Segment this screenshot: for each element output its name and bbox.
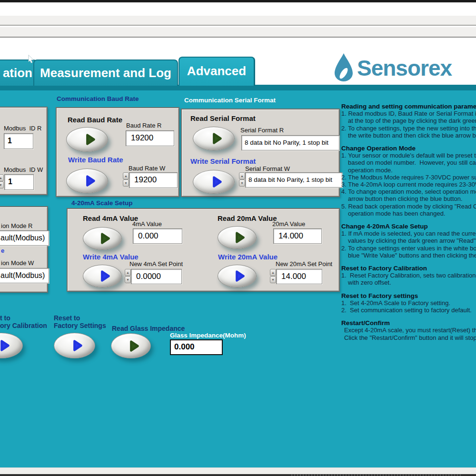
instruction-heading: Reading and setting communication parame — [341, 103, 476, 110]
instruction-section: Change 4-20mA Scale Setup 1. If mA mode … — [341, 223, 476, 259]
spinner-down-icon[interactable]: ▼ — [0, 181, 4, 188]
spinner-down-icon[interactable]: ▼ — [270, 276, 276, 283]
glass-impedance-label: Glass Impedance(Mohm) — [170, 332, 246, 339]
new-4ma-spinner[interactable]: ▲ ▼ — [125, 269, 131, 283]
serial-format-w-spinner[interactable]: ▲ ▼ — [239, 172, 245, 187]
write-arrow-icon — [234, 269, 246, 283]
mouse-cursor-icon — [28, 54, 35, 64]
operation-mode-w-label: ion Mode W — [1, 259, 34, 267]
write-4ma-label: Write 4mA Value — [83, 253, 139, 261]
baud-panel-title: Communication Baud Rate — [57, 95, 139, 102]
read-4ma-button[interactable] — [83, 227, 122, 250]
serial-format-panel: Read Serial Format Serial Format R 8 dat… — [181, 109, 340, 197]
write-arrow-icon — [84, 174, 97, 188]
write-arrow-icon — [99, 269, 111, 283]
baud-rate-w-spinner[interactable]: ▲ ▼ — [123, 172, 129, 187]
baud-rate-w-field[interactable]: 19200 — [129, 172, 178, 188]
read-baud-rate-button[interactable] — [66, 127, 108, 152]
reset-factory-settings-label-line1: Reset to — [54, 314, 80, 322]
reset-factory-settings-button[interactable] — [54, 333, 95, 358]
instruction-heading: Reset to Factory settings — [341, 292, 476, 299]
write-baud-rate-label: Write Baud Rate — [68, 156, 123, 164]
reset-factory-calibration-label-line1: t to — [0, 314, 10, 322]
20ma-value-field: 14.000 — [273, 228, 322, 244]
operation-mode-panel: ion Mode R ault(Modbus) e ion Mode W aul… — [0, 206, 48, 293]
operation-mode-r-field: ault(Modbus) — [0, 230, 49, 246]
window-title-strip — [0, 0, 476, 2]
serial-format-r-field: 8 data bit No Parity, 1 stop bit — [241, 135, 339, 150]
bottom-gray-band — [0, 467, 476, 475]
baud-rate-panel: Read Baud Rate Baud Rate R 19200 Write B… — [56, 107, 179, 197]
write-20ma-button[interactable] — [218, 265, 257, 288]
spinner-down-icon[interactable]: ▼ — [239, 179, 245, 187]
write-arrow-icon — [211, 175, 223, 188]
baud-rate-r-field: 19200 — [126, 130, 174, 146]
read-glass-impedance-button[interactable] — [111, 333, 151, 358]
spinner-up-icon[interactable]: ▲ — [270, 269, 276, 276]
spinner-up-icon[interactable]: ▲ — [123, 172, 129, 179]
read-arrow-icon — [84, 133, 97, 146]
read-glass-impedance-label: Read Glass Impedance — [112, 325, 185, 332]
read-serial-format-button[interactable] — [193, 127, 235, 150]
read-arrow-icon — [234, 231, 246, 244]
serial-format-r-label: Serial Format R — [240, 127, 284, 134]
taskbar-tiny-text — [291, 475, 463, 476]
write-20ma-label: Write 20mA Value — [218, 253, 278, 261]
new-4ma-field[interactable]: 0.0000 — [131, 269, 182, 284]
serial-format-w-label: Serial Format W — [245, 165, 290, 172]
new-20ma-label: New 20mA Set Point — [276, 260, 332, 268]
read-20ma-label: Read 20mA Value — [218, 214, 277, 222]
instruction-heading: Reset to Factory Calibration — [341, 265, 476, 272]
sensorex-droplet-icon — [333, 52, 354, 82]
tab-advanced[interactable]: Advanced — [178, 57, 255, 86]
modbus-id-w-label: Modbus ID W — [4, 166, 43, 173]
modbus-id-panel: Modbus ID R 1 Modbus ID W ▲ ▼ 1 — [0, 107, 48, 195]
tab-measurement-and-log[interactable]: Measurement and Log — [33, 60, 178, 86]
instruction-section: Reading and setting communication parame… — [341, 103, 476, 139]
write-serial-format-button[interactable] — [193, 170, 235, 194]
scale-panel-title: 4-20mA Scale Setup — [71, 199, 133, 207]
toolbar-band-2 — [0, 27, 476, 38]
write-arrow-icon — [71, 339, 84, 352]
sensorex-brand-text: Sensorex — [357, 55, 452, 81]
reset-factory-settings-label-line2: Factory Settings — [54, 322, 106, 329]
read-20ma-button[interactable] — [218, 226, 257, 249]
read-serial-format-label: Read Serial Format — [190, 114, 256, 122]
instruction-heading: Change Operation Mode — [341, 145, 476, 152]
reset-factory-calibration-label-line2: ory Calibration — [0, 322, 47, 329]
read-4ma-label: Read 4mA Value — [83, 214, 138, 222]
modbus-id-r-label: Modbus ID R — [4, 125, 41, 132]
new-4ma-label: New 4mA Set Point — [129, 260, 183, 268]
instruction-section: Reset to Factory Calibration 1. Reset Fa… — [341, 265, 476, 287]
new-20ma-spinner[interactable]: ▲ ▼ — [270, 269, 276, 283]
operation-mode-r-label: ion Mode R — [1, 222, 32, 229]
sensorex-advanced-page: { "colors": { "teal_background": "#1CA5B… — [0, 0, 476, 476]
operation-mode-w-field[interactable]: ault(Modbus) — [0, 268, 49, 283]
read-arrow-icon — [128, 339, 140, 353]
serial-panel-title: Communication Serial Format — [184, 97, 276, 104]
baud-rate-w-label: Baud Rate W — [129, 165, 165, 172]
read-baud-rate-label: Read Baud Rate — [68, 116, 122, 124]
modbus-id-r-field: 1 — [4, 133, 33, 149]
write-4ma-button[interactable] — [83, 265, 122, 288]
modbus-id-w-field[interactable]: 1 — [4, 174, 34, 190]
serial-format-w-field[interactable]: 8 data bit No Parity, 1 stop bit — [245, 172, 342, 188]
20ma-value-label: 20mA Value — [272, 220, 305, 228]
new-20ma-field[interactable]: 14.000 — [276, 269, 322, 284]
write-serial-format-label: Write Serial Format — [190, 157, 256, 165]
glass-impedance-field: 0.000 — [170, 339, 223, 355]
spinner-down-icon[interactable]: ▼ — [125, 276, 131, 283]
spinner-up-icon[interactable]: ▲ — [125, 269, 131, 276]
instruction-heading: Change 4-20mA Scale Setup — [341, 223, 476, 230]
baud-rate-r-label: Baud Rate R — [126, 122, 161, 129]
write-baud-rate-button[interactable] — [66, 169, 108, 193]
spinner-down-icon[interactable]: ▼ — [123, 179, 129, 187]
instructions-column: Reading and setting communication parame… — [341, 103, 476, 341]
instruction-section: Change Operation Mode 1. Your sensor or … — [341, 145, 476, 217]
toolbar-band-1 — [0, 16, 476, 26]
spinner-up-icon[interactable]: ▲ — [239, 172, 245, 179]
spinner-up-icon[interactable]: ▲ — [0, 174, 4, 181]
scale-setup-panel: Read 4mA Value 4mA Value 0.000 Write 4mA… — [67, 208, 340, 292]
modbus-id-w-spinner[interactable]: ▲ ▼ — [0, 174, 4, 188]
read-arrow-icon — [99, 232, 111, 245]
